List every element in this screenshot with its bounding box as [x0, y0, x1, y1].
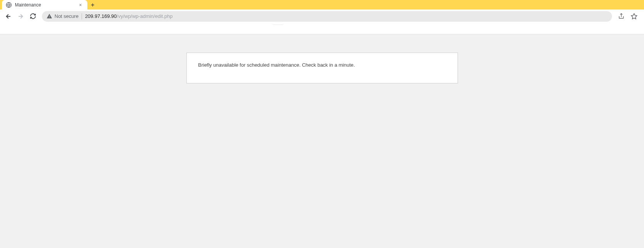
- warning-icon: [47, 13, 52, 19]
- url-path: /vy/wp/wp-admin/edit.php: [117, 13, 173, 19]
- content-gap: [0, 23, 644, 34]
- security-label: Not secure: [55, 13, 79, 19]
- security-indicator[interactable]: Not secure: [47, 13, 79, 19]
- page-content: Briefly unavailable for scheduled mainte…: [0, 34, 644, 248]
- maintenance-message: Briefly unavailable for scheduled mainte…: [198, 62, 446, 68]
- maintenance-message-box: Briefly unavailable for scheduled mainte…: [186, 53, 458, 83]
- url-host: 209.97.169.90: [85, 13, 117, 19]
- new-tab-button[interactable]: [87, 0, 98, 10]
- forward-button[interactable]: [15, 11, 26, 22]
- url-display: 209.97.169.90/vy/wp/wp-admin/edit.php: [85, 13, 173, 19]
- toolbar-right: [616, 11, 641, 22]
- browser-tab[interactable]: Maintenance: [2, 0, 87, 10]
- reload-button[interactable]: [27, 11, 38, 22]
- bookmark-button[interactable]: [629, 11, 639, 22]
- globe-icon: [6, 2, 12, 8]
- address-bar[interactable]: Not secure 209.97.169.90/vy/wp/wp-admin/…: [42, 11, 612, 22]
- svg-marker-1: [631, 13, 637, 19]
- divider: [82, 13, 82, 19]
- share-button[interactable]: [616, 11, 626, 22]
- tab-strip: Maintenance: [0, 0, 644, 10]
- back-button[interactable]: [3, 11, 14, 22]
- tab-title: Maintenance: [15, 2, 77, 8]
- browser-toolbar: Not secure 209.97.169.90/vy/wp/wp-admin/…: [0, 10, 644, 23]
- close-tab-button[interactable]: [77, 2, 84, 8]
